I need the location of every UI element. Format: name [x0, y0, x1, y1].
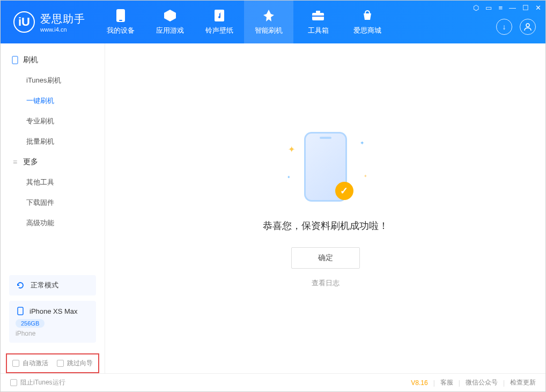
checkbox-label: 自动激活 [23, 359, 48, 368]
storage-badge: 256GB [16, 319, 45, 328]
main-content: ✦ ✦ ✦ ✦ ✓ 恭喜您，保资料刷机成功啦！ 确定 查看日志 [105, 43, 545, 373]
svg-rect-7 [12, 56, 18, 64]
success-message: 恭喜您，保资料刷机成功啦！ [263, 219, 388, 232]
svg-rect-1 [119, 20, 122, 21]
nav-tab-flash[interactable]: 智能刷机 [244, 1, 293, 43]
checkbox-icon [10, 379, 17, 386]
app-window: ⬡ ▭ ≡ — ☐ ✕ iU 爱思助手 www.i4.cn 我的设备 应用游戏 [0, 0, 546, 392]
footer-link-update[interactable]: 检查更新 [510, 378, 536, 387]
footer-link-wechat[interactable]: 微信公众号 [466, 378, 498, 387]
separator: | [503, 379, 505, 387]
nav-label: 我的设备 [107, 26, 135, 35]
bottom-options-highlight: 自动激活 跳过向导 [6, 353, 99, 373]
footer-bar: 阻止iTunes运行 V8.16 | 客服 | 微信公众号 | 检查更新 [1, 373, 545, 391]
sidebar: 刷机 iTunes刷机 一键刷机 专业刷机 批量刷机 ≡ 更多 其他工具 下载固… [1, 43, 105, 373]
sidebar-item-itunes-flash[interactable]: iTunes刷机 [1, 70, 105, 91]
list-icon: ≡ [11, 158, 19, 166]
device-mode-label: 正常模式 [31, 280, 58, 290]
svg-rect-8 [18, 307, 23, 315]
sparkle-icon: ✦ [360, 140, 364, 146]
sparkle-icon: ✦ [287, 175, 291, 180]
toolbox-icon [311, 9, 325, 23]
svg-point-6 [526, 24, 529, 27]
checkmark-badge-icon: ✓ [335, 182, 353, 200]
header-right-icons: ↓ [496, 19, 536, 35]
device-type: iPhone [16, 330, 90, 337]
apps-icon [163, 9, 177, 23]
sidebar-item-advanced[interactable]: 高级功能 [1, 213, 105, 233]
notebook-icon[interactable]: ▭ [485, 4, 492, 12]
sidebar-item-download-fw[interactable]: 下载固件 [1, 193, 105, 213]
body: 刷机 iTunes刷机 一键刷机 专业刷机 批量刷机 ≡ 更多 其他工具 下载固… [1, 43, 545, 373]
nav-label: 智能刷机 [255, 26, 283, 35]
logo-area: iU 爱思助手 www.i4.cn [1, 11, 96, 33]
music-icon [212, 9, 226, 23]
nav-label: 工具箱 [308, 26, 329, 35]
header-bar: ⬡ ▭ ≡ — ☐ ✕ iU 爱思助手 www.i4.cn 我的设备 应用游戏 [1, 1, 545, 43]
device-mode-box[interactable]: 正常模式 [9, 275, 96, 295]
nav-label: 铃声壁纸 [205, 26, 233, 35]
checkbox-label: 跳过向导 [67, 359, 93, 368]
close-icon[interactable]: ✕ [535, 4, 541, 12]
nav-tab-shop[interactable]: 爱思商城 [343, 1, 392, 43]
minimize-icon[interactable]: — [509, 4, 516, 12]
separator: | [433, 379, 435, 387]
sidebar-group-more: ≡ 更多 [1, 152, 105, 172]
sidebar-item-other-tools[interactable]: 其他工具 [1, 172, 105, 193]
checkbox-icon [12, 360, 19, 367]
device-info-box[interactable]: iPhone XS Max 256GB iPhone [9, 301, 96, 343]
user-icon[interactable] [520, 19, 536, 35]
phone-small-icon [11, 56, 19, 64]
app-title: 爱思助手 [40, 12, 85, 26]
logo-badge-icon: iU [13, 11, 35, 33]
sparkle-icon: ✦ [364, 174, 367, 179]
nav-tabs: 我的设备 应用游戏 铃声壁纸 智能刷机 工具箱 爱思商城 [96, 1, 392, 43]
tshirt-icon[interactable]: ⬡ [473, 4, 479, 12]
nav-tab-toolbox[interactable]: 工具箱 [293, 1, 343, 43]
nav-tab-ringtone[interactable]: 铃声壁纸 [195, 1, 244, 43]
device-name: iPhone XS Max [29, 307, 78, 315]
svg-rect-4 [316, 11, 320, 13]
footer-link-support[interactable]: 客服 [440, 378, 453, 387]
side-nav: 刷机 iTunes刷机 一键刷机 专业刷机 批量刷机 ≡ 更多 其他工具 下载固… [1, 43, 105, 268]
separator: | [459, 379, 460, 387]
app-subtitle: www.i4.cn [40, 26, 85, 33]
device-name-row: iPhone XS Max [16, 306, 90, 316]
checkbox-block-itunes[interactable]: 阻止iTunes运行 [10, 378, 65, 387]
phone-icon [16, 306, 25, 316]
sidebar-item-pro-flash[interactable]: 专业刷机 [1, 111, 105, 131]
group-label: 更多 [23, 157, 38, 167]
svg-rect-5 [312, 16, 324, 17]
nav-label: 应用游戏 [156, 26, 184, 35]
footer-right: V8.16 | 客服 | 微信公众号 | 检查更新 [411, 378, 536, 387]
version-label: V8.16 [411, 379, 427, 387]
nav-label: 爱思商城 [353, 26, 381, 35]
logo-text: 爱思助手 www.i4.cn [40, 12, 85, 33]
view-log-link[interactable]: 查看日志 [312, 278, 340, 288]
success-illustration: ✦ ✦ ✦ ✦ ✓ [272, 129, 379, 204]
refresh-icon [16, 280, 25, 290]
shop-icon [360, 9, 374, 23]
flash-icon [262, 9, 276, 23]
maximize-icon[interactable]: ☐ [522, 4, 529, 12]
device-icon [114, 9, 128, 23]
group-label: 刷机 [23, 55, 38, 65]
checkbox-label: 阻止iTunes运行 [20, 378, 65, 387]
nav-tab-device[interactable]: 我的设备 [96, 1, 145, 43]
menu-icon[interactable]: ≡ [498, 4, 503, 12]
download-icon[interactable]: ↓ [496, 19, 512, 35]
checkbox-auto-activate[interactable]: 自动激活 [12, 359, 48, 368]
ok-button[interactable]: 确定 [291, 247, 360, 269]
checkbox-icon [57, 360, 64, 367]
checkbox-skip-guide[interactable]: 跳过向导 [57, 359, 93, 368]
nav-tab-apps[interactable]: 应用游戏 [145, 1, 195, 43]
titlebar-controls: ⬡ ▭ ≡ — ☐ ✕ [473, 4, 541, 12]
sparkle-icon: ✦ [288, 144, 295, 154]
sidebar-item-onekey-flash[interactable]: 一键刷机 [1, 91, 105, 111]
device-panel: 正常模式 iPhone XS Max 256GB iPhone [1, 268, 105, 350]
sidebar-item-batch-flash[interactable]: 批量刷机 [1, 131, 105, 152]
sidebar-group-flash: 刷机 [1, 50, 105, 70]
